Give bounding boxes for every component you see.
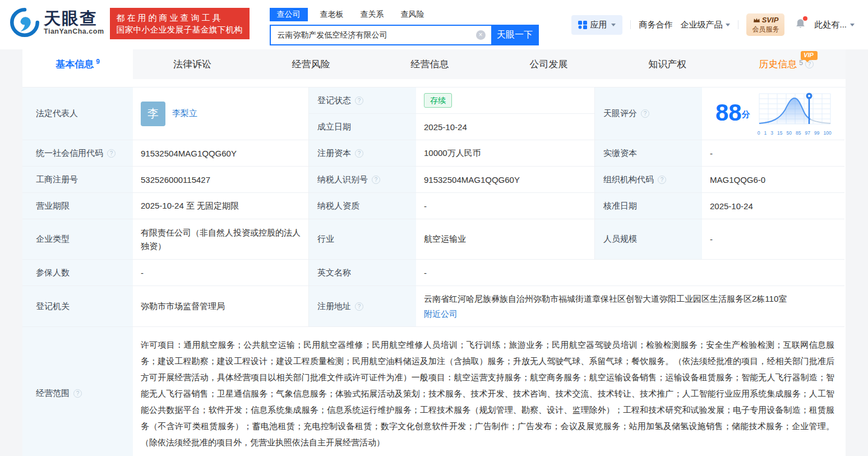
tab-operating-info[interactable]: 经营信息 bbox=[371, 49, 490, 79]
taxpayer-id-label: 纳税人识别号? bbox=[308, 166, 416, 192]
question-icon[interactable]: ? bbox=[641, 109, 649, 118]
industry-label: 行业 bbox=[308, 219, 416, 259]
legal-rep-value: 李 李梨立 bbox=[133, 87, 308, 140]
clear-icon[interactable]: × bbox=[476, 30, 486, 40]
logo[interactable]: 天眼查 TianYanCha.com bbox=[10, 8, 104, 37]
tab-operating-risk[interactable]: 经营风险 bbox=[252, 49, 371, 79]
tab-label: 基本信息 bbox=[56, 58, 94, 71]
enterprise-products-menu[interactable]: 企业级产品 bbox=[680, 20, 730, 30]
chevron-down-icon bbox=[850, 24, 855, 26]
enterprise-products-label: 企业级产品 bbox=[680, 20, 722, 30]
legal-rep-link[interactable]: 李梨立 bbox=[172, 108, 197, 119]
score-unit: 分 bbox=[742, 109, 750, 119]
org-code-value: MAG1QQG6-0 bbox=[702, 166, 844, 192]
insured-value: - bbox=[133, 259, 308, 285]
score-value[interactable]: 88分 bbox=[702, 87, 844, 140]
section-tabbar: 基本信息9法律诉讼经营风险经营信息公司发展知识产权历史信息5?VIP bbox=[22, 49, 846, 79]
taxpayer-id-value: 91532504MAG1QQG60Y bbox=[416, 166, 594, 192]
question-icon[interactable]: ? bbox=[107, 149, 116, 158]
reg-address-label: 注册地址? bbox=[308, 285, 416, 326]
establish-date-value: 2025-10-24 bbox=[416, 113, 594, 140]
score-tick: 97 bbox=[805, 130, 810, 136]
search-input[interactable] bbox=[270, 25, 491, 45]
question-icon[interactable]: ? bbox=[658, 176, 666, 184]
question-icon[interactable]: ? bbox=[355, 96, 363, 105]
score-tick: 0 bbox=[758, 130, 760, 136]
search-area: 查公司查老板查关系查风险 × 天眼一下 bbox=[270, 8, 539, 45]
search-tab-company[interactable]: 查公司 bbox=[270, 8, 308, 21]
english-name-value: - bbox=[416, 259, 844, 285]
tab-development[interactable]: 公司发展 bbox=[489, 49, 608, 79]
reg-number-label: 工商注册号 bbox=[22, 166, 133, 192]
basic-info-panel: 法定代表人 李 李梨立 登记状态? 存续 成立日期 2025-10-24 天眼评… bbox=[22, 79, 846, 456]
slogan-line1: 都在用的商业查询工具 bbox=[117, 12, 243, 24]
score-number: 88 bbox=[715, 99, 742, 126]
search-tab-risk[interactable]: 查风险 bbox=[401, 8, 424, 21]
org-code-label: 组织机构代码? bbox=[594, 166, 702, 192]
tab-label: 经营风险 bbox=[292, 58, 330, 71]
score-tick: 3 bbox=[770, 130, 773, 136]
chevron-down-icon bbox=[611, 24, 616, 26]
reg-authority-label: 登记机关 bbox=[22, 285, 133, 326]
tab-label: 法律诉讼 bbox=[173, 58, 211, 71]
tab-lawsuit[interactable]: 法律诉讼 bbox=[133, 49, 252, 79]
status-badge: 存续 bbox=[424, 93, 452, 108]
tianyancha-logo-icon bbox=[10, 8, 39, 37]
notification-bell-icon[interactable] bbox=[795, 18, 806, 31]
chevron-down-icon bbox=[726, 24, 730, 26]
search-tab-relation[interactable]: 查关系 bbox=[361, 8, 384, 21]
search-tab-boss[interactable]: 查老板 bbox=[320, 8, 344, 21]
business-term-label: 营业期限 bbox=[22, 192, 133, 219]
svip-label: SVIP bbox=[762, 16, 779, 25]
notification-dot bbox=[803, 16, 807, 21]
approval-date-value: 2025-10-24 bbox=[702, 192, 844, 219]
reg-status-value: 存续 bbox=[416, 87, 594, 113]
score-tick: 99 bbox=[814, 130, 819, 136]
score-tick: 1 bbox=[764, 130, 767, 136]
score-distribution-chart: 0131550859799100 bbox=[757, 92, 832, 136]
avatar[interactable]: 李 bbox=[141, 102, 165, 126]
user-menu[interactable]: 此处有... bbox=[814, 20, 855, 30]
business-term-value: 2025-10-24 至 无固定期限 bbox=[133, 192, 308, 219]
taxpayer-quality-value: - bbox=[416, 192, 594, 219]
header-nav: 应用 商务合作 企业级产品 SVIP 会员服务 此处有... bbox=[571, 13, 855, 36]
vip-badge: VIP bbox=[801, 51, 818, 60]
nearby-companies-link[interactable]: 附近公司 bbox=[424, 307, 458, 321]
apps-label: 应用 bbox=[590, 20, 607, 30]
reg-number-value: 532526000115427 bbox=[133, 166, 308, 192]
apps-grid-icon bbox=[578, 21, 587, 29]
question-icon[interactable]: ? bbox=[355, 149, 363, 158]
score-tick: 15 bbox=[777, 130, 782, 136]
legal-rep-label: 法定代表人 bbox=[22, 87, 133, 140]
score-label: 天眼评分? bbox=[594, 87, 702, 140]
score-tick: 85 bbox=[796, 130, 801, 136]
question-icon[interactable]: ? bbox=[355, 302, 363, 311]
uscc-value: 91532504MAG1QQG60Y bbox=[133, 140, 308, 166]
approval-date-label: 核准日期 bbox=[594, 192, 702, 219]
member-service-label: 会员服务 bbox=[752, 25, 779, 34]
svip-member-button[interactable]: SVIP 会员服务 bbox=[746, 13, 784, 36]
crown-icon bbox=[753, 17, 760, 23]
slogan-badge: 都在用的商业查询工具 国家中小企业发展子基金旗下机构 bbox=[110, 8, 250, 39]
score-tick: 100 bbox=[824, 130, 832, 136]
score-axis-ticks: 0131550859799100 bbox=[757, 130, 832, 136]
uscc-label: 统一社会信用代码? bbox=[22, 140, 133, 166]
tab-intellectual-property[interactable]: 知识产权 bbox=[608, 49, 727, 79]
english-name-label: 英文名称 bbox=[308, 259, 416, 285]
question-icon[interactable]: ? bbox=[372, 176, 380, 184]
tab-basic[interactable]: 基本信息9 bbox=[22, 49, 133, 79]
reg-address-text: 云南省红河哈尼族彝族自治州弥勒市福城街道章保社区创智大道弥阳工业园区生活服务区2… bbox=[424, 292, 787, 306]
staff-size-label: 人员规模 bbox=[594, 219, 702, 259]
tab-label: 知识产权 bbox=[648, 58, 686, 71]
apps-menu[interactable]: 应用 bbox=[571, 15, 622, 35]
tab-history[interactable]: 历史信息5?VIP bbox=[727, 49, 846, 79]
question-icon[interactable]: ? bbox=[73, 389, 82, 398]
search-button[interactable]: 天眼一下 bbox=[491, 25, 539, 45]
company-type-value: 有限责任公司（非自然人投资或控股的法人独资） bbox=[133, 219, 308, 259]
logo-title: 天眼查 bbox=[44, 10, 104, 27]
tab-label: 公司发展 bbox=[529, 58, 567, 71]
reg-status-label: 登记状态? bbox=[308, 87, 416, 113]
taxpayer-quality-label: 纳税人资质 bbox=[308, 192, 416, 219]
industry-value: 航空运输业 bbox=[416, 219, 594, 259]
biz-cooperation-link[interactable]: 商务合作 bbox=[639, 20, 672, 30]
